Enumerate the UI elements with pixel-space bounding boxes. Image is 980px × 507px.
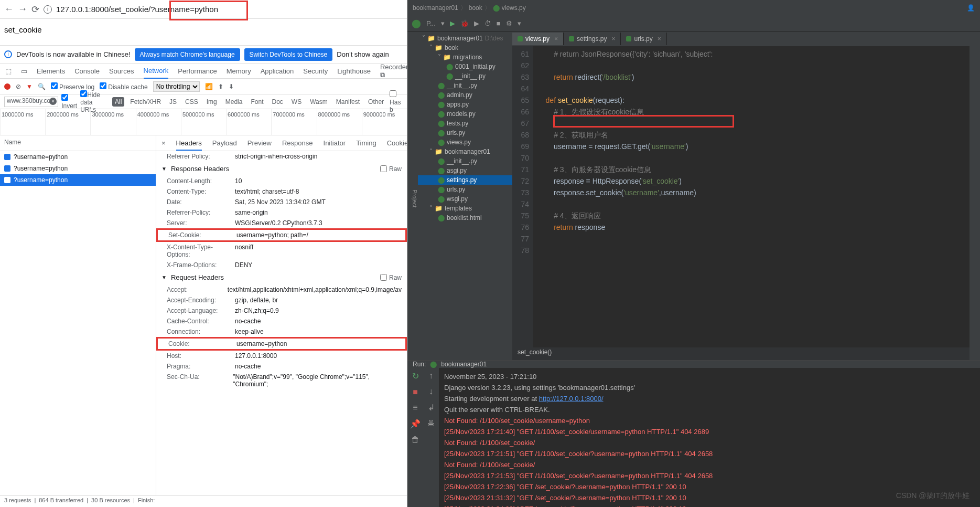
debug-icon[interactable]: 🐞 (460, 19, 469, 27)
project-stripe-tab[interactable]: Project (412, 189, 418, 207)
tree-node-wsgi.py[interactable]: ⬤ wsgi.py (418, 194, 512, 204)
profile-icon[interactable]: ⏱ (484, 19, 491, 27)
devtools-tab-application[interactable]: Application (261, 67, 294, 75)
detail-tab-initiator[interactable]: Initiator (324, 139, 346, 147)
filter-manifest[interactable]: Manifest (333, 97, 362, 107)
forward-icon[interactable]: → (18, 4, 27, 15)
stop-icon[interactable]: ■ (413, 387, 418, 397)
console-link[interactable]: http://127.0.0.1:8000/ (539, 395, 604, 403)
detail-tab-timing[interactable]: Timing (356, 139, 376, 147)
tree-node-urls.py[interactable]: ⬤ urls.py (418, 128, 512, 138)
back-icon[interactable]: ← (4, 4, 14, 15)
devtools-tab-console[interactable]: Console (74, 67, 100, 75)
tree-node-urls.py[interactable]: ⬤ urls.py (418, 185, 512, 194)
devtools-tab-network[interactable]: Network (144, 67, 169, 79)
console-output[interactable]: November 25, 2023 - 17:21:10Django versi… (439, 368, 980, 507)
crumb-project[interactable]: bookmanager01 (413, 4, 458, 12)
filter-ws[interactable]: WS (289, 97, 304, 107)
editor-tab-views.py[interactable]: views.py× (512, 33, 564, 45)
download-icon[interactable]: ⬇ (229, 83, 234, 90)
close-tab-icon[interactable]: × (611, 35, 615, 43)
switch-chinese-button[interactable]: Switch DevTools to Chinese (244, 48, 333, 61)
device-icon[interactable]: ▭ (21, 67, 27, 75)
tree-node-apps.py[interactable]: ⬤ apps.py (418, 100, 512, 109)
record-icon[interactable] (4, 83, 10, 90)
editor-tab-urls.py[interactable]: urls.py× (621, 33, 666, 45)
filter-input[interactable]: www.360buy.com × (4, 97, 58, 107)
filter-fetch/xhr[interactable]: Fetch/XHR (127, 97, 164, 107)
filter-css[interactable]: CSS (182, 97, 201, 107)
devtools-tab-performance[interactable]: Performance (178, 67, 217, 75)
throttle-select[interactable]: No throttling (153, 81, 200, 92)
code-text[interactable]: # return JsonResponse({'city': 'sichuan'… (533, 46, 970, 347)
name-column-header[interactable]: Name (0, 135, 156, 151)
tree-node-migrations[interactable]: ˅ 📁 migrations (418, 52, 512, 62)
tree-node-book[interactable]: ˅ 📁 book (418, 43, 512, 52)
filter-other[interactable]: Other (365, 97, 386, 107)
layout-icon[interactable]: ≡ (413, 403, 417, 413)
raw-checkbox[interactable] (380, 274, 387, 281)
run-config-icon[interactable]: ⬤ (412, 18, 421, 28)
response-headers-section[interactable]: ▼ Response Headers Raw (156, 162, 407, 176)
devtools-tab-lighthouse[interactable]: Lighthouse (337, 67, 371, 75)
tree-node-bookmanager01[interactable]: ˅ 📁 bookmanager01 (418, 147, 512, 156)
devtools-tab-elements[interactable]: Elements (37, 67, 65, 75)
filter-icon[interactable]: ▼ (26, 83, 33, 90)
tree-node-bookmanager01[interactable]: ˅ 📁 bookmanager01 D:\des (418, 34, 512, 43)
editor-tab-settings.py[interactable]: settings.py× (564, 33, 621, 45)
disable-cache-checkbox[interactable]: Disable cache (100, 82, 147, 91)
tree-node-0001_initial.py[interactable]: ⬤ 0001_initial.py (418, 62, 512, 71)
crumb-file[interactable]: views.py (502, 4, 526, 12)
devtools-tab-memory[interactable]: Memory (227, 67, 251, 75)
coverage-icon[interactable]: ▶ (474, 19, 479, 27)
settings-icon[interactable]: ⚙ (506, 19, 512, 27)
tree-node-settings.py[interactable]: ⬤ settings.py (418, 175, 512, 185)
raw-checkbox[interactable] (380, 165, 387, 172)
devtools-tab-security[interactable]: Security (303, 67, 328, 75)
user-icon[interactable]: 👤 (967, 4, 975, 12)
pin-icon[interactable]: 📌 (410, 419, 421, 429)
tree-node-booklist.html[interactable]: ⬤ booklist.html (418, 213, 512, 223)
tree-node-__init__.py[interactable]: ⬤ __init__.py (418, 81, 512, 90)
filter-media[interactable]: Media (223, 97, 245, 107)
clear-icon[interactable]: ⊘ (16, 83, 21, 90)
rerun-icon[interactable]: ↻ (412, 371, 419, 381)
filter-wasm[interactable]: Wasm (307, 97, 330, 107)
crumb-folder[interactable]: book (469, 4, 482, 12)
tree-node-__init__.py[interactable]: ⬤ __init__.py (418, 71, 512, 81)
detail-tab-headers[interactable]: Headers (176, 139, 202, 151)
url-field[interactable]: 127.0.0.1:8000/set_cookie/?username=pyth… (56, 5, 403, 14)
stop-icon[interactable]: ■ (497, 19, 501, 27)
devtools-tab-sources[interactable]: Sources (109, 67, 134, 75)
down-icon[interactable]: ↓ (429, 387, 433, 396)
reload-icon[interactable]: ⟳ (31, 4, 39, 15)
filter-all[interactable]: All (112, 97, 124, 107)
wifi-icon[interactable]: 📶 (205, 83, 213, 90)
request-row[interactable]: ?username=python (0, 174, 156, 186)
detail-tab-payload[interactable]: Payload (212, 139, 237, 147)
detail-tab-cookies[interactable]: Cookies (387, 139, 407, 147)
dont-show-link[interactable]: Don't show again (337, 50, 389, 58)
close-detail-icon[interactable]: × (161, 139, 166, 147)
tree-node-admin.py[interactable]: ⬤ admin.py (418, 90, 512, 100)
close-tab-icon[interactable]: × (658, 35, 661, 43)
up-icon[interactable]: ↑ (429, 371, 433, 381)
wrap-icon[interactable]: ↲ (428, 403, 435, 413)
print-icon[interactable]: 🖶 (427, 419, 435, 428)
preserve-log-checkbox[interactable]: Preserve log (51, 82, 94, 91)
detail-tab-response[interactable]: Response (282, 139, 313, 147)
detail-tab-preview[interactable]: Preview (247, 139, 272, 147)
inspect-icon[interactable]: ⬚ (5, 67, 12, 75)
request-row[interactable]: ?username=python (0, 163, 156, 174)
dropdown-icon[interactable]: ▾ (441, 19, 445, 27)
filter-img[interactable]: Img (204, 97, 220, 107)
request-headers-section[interactable]: ▼ Request Headers Raw (156, 270, 407, 284)
clear-filter-icon[interactable]: × (49, 98, 57, 105)
invert-checkbox[interactable]: Invert (61, 94, 77, 110)
search-icon[interactable]: 🔍 (38, 83, 46, 90)
close-tab-icon[interactable]: × (554, 35, 558, 43)
tree-node-templates[interactable]: ˅ 📁 templates (418, 204, 512, 213)
tree-node-tests.py[interactable]: ⬤ tests.py (418, 119, 512, 128)
devtools-tab-recorder ⧉[interactable]: Recorder ⧉ (380, 63, 408, 79)
filter-doc[interactable]: Doc (269, 97, 285, 107)
